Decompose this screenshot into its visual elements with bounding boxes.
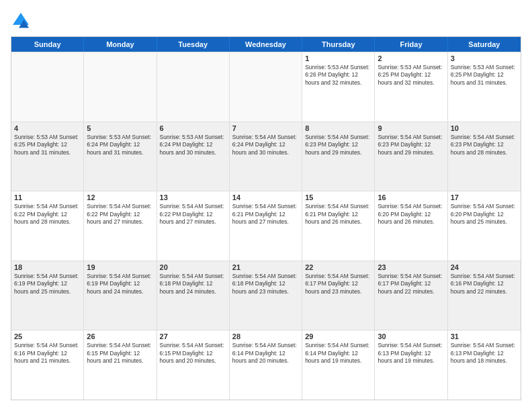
day-info: Sunrise: 5:54 AM Sunset: 6:22 PM Dayligh… bbox=[14, 203, 81, 226]
day-info: Sunrise: 5:54 AM Sunset: 6:15 PM Dayligh… bbox=[160, 342, 226, 365]
day-number: 15 bbox=[305, 193, 371, 201]
day-number: 21 bbox=[232, 263, 299, 271]
day-info: Sunrise: 5:54 AM Sunset: 6:14 PM Dayligh… bbox=[232, 342, 299, 365]
day-info: Sunrise: 5:54 AM Sunset: 6:16 PM Dayligh… bbox=[451, 273, 518, 295]
day-info: Sunrise: 5:54 AM Sunset: 6:15 PM Dayligh… bbox=[87, 342, 153, 365]
calendar-body: 1Sunrise: 5:53 AM Sunset: 6:26 PM Daylig… bbox=[11, 52, 521, 400]
day-number: 28 bbox=[232, 332, 299, 340]
day-number: 7 bbox=[232, 124, 299, 132]
day-cell-1: 1Sunrise: 5:53 AM Sunset: 6:26 PM Daylig… bbox=[302, 52, 375, 122]
day-info: Sunrise: 5:53 AM Sunset: 6:26 PM Dayligh… bbox=[305, 64, 371, 87]
day-info: Sunrise: 5:53 AM Sunset: 6:25 PM Dayligh… bbox=[451, 64, 518, 87]
day-info: Sunrise: 5:54 AM Sunset: 6:17 PM Dayligh… bbox=[305, 273, 371, 295]
day-number: 17 bbox=[451, 193, 518, 201]
day-cell-22: 22Sunrise: 5:54 AM Sunset: 6:17 PM Dayli… bbox=[302, 261, 375, 330]
empty-cell-0-3 bbox=[230, 52, 302, 122]
day-cell-23: 23Sunrise: 5:54 AM Sunset: 6:17 PM Dayli… bbox=[375, 261, 447, 330]
day-cell-6: 6Sunrise: 5:53 AM Sunset: 6:24 PM Daylig… bbox=[157, 122, 230, 191]
day-cell-27: 27Sunrise: 5:54 AM Sunset: 6:15 PM Dayli… bbox=[157, 330, 230, 400]
day-number: 12 bbox=[87, 193, 153, 201]
day-cell-7: 7Sunrise: 5:54 AM Sunset: 6:24 PM Daylig… bbox=[230, 122, 302, 191]
day-cell-17: 17Sunrise: 5:54 AM Sunset: 6:20 PM Dayli… bbox=[448, 191, 521, 261]
day-number: 23 bbox=[378, 263, 444, 271]
header-day-thursday: Thursday bbox=[302, 37, 375, 52]
day-cell-26: 26Sunrise: 5:54 AM Sunset: 6:15 PM Dayli… bbox=[84, 330, 157, 400]
day-info: Sunrise: 5:54 AM Sunset: 6:19 PM Dayligh… bbox=[14, 273, 81, 295]
week-row-1: 4Sunrise: 5:53 AM Sunset: 6:25 PM Daylig… bbox=[11, 122, 521, 191]
day-cell-18: 18Sunrise: 5:54 AM Sunset: 6:19 PM Dayli… bbox=[11, 261, 84, 330]
header-day-tuesday: Tuesday bbox=[157, 37, 230, 52]
day-info: Sunrise: 5:54 AM Sunset: 6:19 PM Dayligh… bbox=[87, 273, 153, 295]
day-cell-16: 16Sunrise: 5:54 AM Sunset: 6:20 PM Dayli… bbox=[375, 191, 447, 261]
day-cell-4: 4Sunrise: 5:53 AM Sunset: 6:25 PM Daylig… bbox=[11, 122, 84, 191]
day-cell-21: 21Sunrise: 5:54 AM Sunset: 6:18 PM Dayli… bbox=[230, 261, 302, 330]
day-info: Sunrise: 5:53 AM Sunset: 6:25 PM Dayligh… bbox=[378, 64, 444, 87]
week-row-3: 18Sunrise: 5:54 AM Sunset: 6:19 PM Dayli… bbox=[11, 261, 521, 330]
day-info: Sunrise: 5:54 AM Sunset: 6:18 PM Dayligh… bbox=[232, 273, 299, 295]
day-info: Sunrise: 5:54 AM Sunset: 6:13 PM Dayligh… bbox=[378, 342, 444, 365]
header-day-monday: Monday bbox=[84, 37, 157, 52]
empty-cell-0-0 bbox=[11, 52, 84, 122]
day-number: 10 bbox=[451, 124, 518, 132]
day-cell-3: 3Sunrise: 5:53 AM Sunset: 6:25 PM Daylig… bbox=[448, 52, 521, 122]
day-cell-10: 10Sunrise: 5:54 AM Sunset: 6:23 PM Dayli… bbox=[448, 122, 521, 191]
day-cell-11: 11Sunrise: 5:54 AM Sunset: 6:22 PM Dayli… bbox=[11, 191, 84, 261]
day-info: Sunrise: 5:54 AM Sunset: 6:23 PM Dayligh… bbox=[451, 134, 518, 156]
day-number: 19 bbox=[87, 263, 153, 271]
day-cell-12: 12Sunrise: 5:54 AM Sunset: 6:22 PM Dayli… bbox=[84, 191, 157, 261]
day-cell-24: 24Sunrise: 5:54 AM Sunset: 6:16 PM Dayli… bbox=[448, 261, 521, 330]
day-number: 2 bbox=[378, 54, 444, 62]
day-info: Sunrise: 5:54 AM Sunset: 6:18 PM Dayligh… bbox=[160, 273, 226, 295]
day-info: Sunrise: 5:54 AM Sunset: 6:22 PM Dayligh… bbox=[87, 203, 153, 226]
day-cell-9: 9Sunrise: 5:54 AM Sunset: 6:23 PM Daylig… bbox=[375, 122, 447, 191]
day-cell-8: 8Sunrise: 5:54 AM Sunset: 6:23 PM Daylig… bbox=[302, 122, 375, 191]
day-cell-5: 5Sunrise: 5:53 AM Sunset: 6:24 PM Daylig… bbox=[84, 122, 157, 191]
day-number: 31 bbox=[451, 332, 518, 340]
day-number: 29 bbox=[305, 332, 371, 340]
day-info: Sunrise: 5:54 AM Sunset: 6:21 PM Dayligh… bbox=[305, 203, 371, 226]
day-info: Sunrise: 5:54 AM Sunset: 6:24 PM Dayligh… bbox=[232, 134, 299, 156]
day-number: 16 bbox=[378, 193, 444, 201]
day-number: 26 bbox=[87, 332, 153, 340]
day-info: Sunrise: 5:54 AM Sunset: 6:16 PM Dayligh… bbox=[14, 342, 81, 365]
calendar: SundayMondayTuesdayWednesdayThursdayFrid… bbox=[11, 36, 521, 400]
svg-marker-0 bbox=[13, 13, 29, 25]
empty-cell-0-1 bbox=[84, 52, 157, 122]
day-cell-15: 15Sunrise: 5:54 AM Sunset: 6:21 PM Dayli… bbox=[302, 191, 375, 261]
day-number: 3 bbox=[451, 54, 518, 62]
day-number: 1 bbox=[305, 54, 371, 62]
day-number: 11 bbox=[14, 193, 81, 201]
day-cell-25: 25Sunrise: 5:54 AM Sunset: 6:16 PM Dayli… bbox=[11, 330, 84, 400]
day-info: Sunrise: 5:54 AM Sunset: 6:20 PM Dayligh… bbox=[378, 203, 444, 226]
day-number: 13 bbox=[160, 193, 226, 201]
day-number: 25 bbox=[14, 332, 81, 340]
day-info: Sunrise: 5:54 AM Sunset: 6:23 PM Dayligh… bbox=[305, 134, 371, 156]
day-number: 9 bbox=[378, 124, 444, 132]
day-cell-2: 2Sunrise: 5:53 AM Sunset: 6:25 PM Daylig… bbox=[375, 52, 447, 122]
day-number: 6 bbox=[160, 124, 226, 132]
day-info: Sunrise: 5:54 AM Sunset: 6:23 PM Dayligh… bbox=[378, 134, 444, 156]
day-info: Sunrise: 5:54 AM Sunset: 6:17 PM Dayligh… bbox=[378, 273, 444, 295]
day-cell-30: 30Sunrise: 5:54 AM Sunset: 6:13 PM Dayli… bbox=[375, 330, 447, 400]
day-info: Sunrise: 5:54 AM Sunset: 6:13 PM Dayligh… bbox=[451, 342, 518, 365]
day-number: 18 bbox=[14, 263, 81, 271]
day-cell-20: 20Sunrise: 5:54 AM Sunset: 6:18 PM Dayli… bbox=[157, 261, 230, 330]
day-cell-31: 31Sunrise: 5:54 AM Sunset: 6:13 PM Dayli… bbox=[448, 330, 521, 400]
day-number: 20 bbox=[160, 263, 226, 271]
day-number: 27 bbox=[160, 332, 226, 340]
header bbox=[11, 11, 521, 31]
day-info: Sunrise: 5:53 AM Sunset: 6:24 PM Dayligh… bbox=[87, 134, 153, 156]
week-row-0: 1Sunrise: 5:53 AM Sunset: 6:26 PM Daylig… bbox=[11, 52, 521, 122]
page: SundayMondayTuesdayWednesdayThursdayFrid… bbox=[0, 0, 532, 411]
day-info: Sunrise: 5:53 AM Sunset: 6:24 PM Dayligh… bbox=[160, 134, 226, 156]
day-number: 8 bbox=[305, 124, 371, 132]
day-cell-13: 13Sunrise: 5:54 AM Sunset: 6:22 PM Dayli… bbox=[157, 191, 230, 261]
day-number: 14 bbox=[232, 193, 299, 201]
header-day-saturday: Saturday bbox=[448, 37, 521, 52]
empty-cell-0-2 bbox=[157, 52, 230, 122]
day-info: Sunrise: 5:54 AM Sunset: 6:22 PM Dayligh… bbox=[160, 203, 226, 226]
day-info: Sunrise: 5:54 AM Sunset: 6:20 PM Dayligh… bbox=[451, 203, 518, 226]
calendar-header: SundayMondayTuesdayWednesdayThursdayFrid… bbox=[11, 37, 521, 52]
day-cell-19: 19Sunrise: 5:54 AM Sunset: 6:19 PM Dayli… bbox=[84, 261, 157, 330]
day-info: Sunrise: 5:53 AM Sunset: 6:25 PM Dayligh… bbox=[14, 134, 81, 156]
